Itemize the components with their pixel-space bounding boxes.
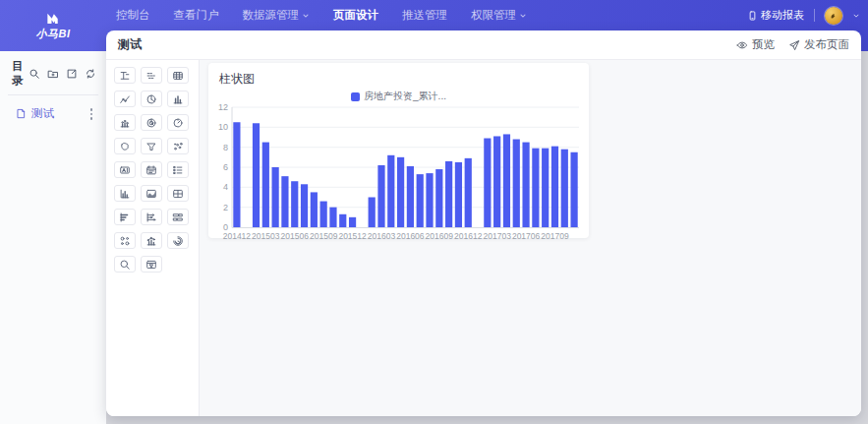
- palette-area-chart-button[interactable]: [141, 185, 162, 202]
- svg-text:201412: 201412: [223, 231, 252, 241]
- nav-item-datasource[interactable]: 数据源管理: [243, 8, 311, 23]
- logo-text: 小马BI: [36, 27, 71, 41]
- tree-item[interactable]: 测试: [6, 103, 100, 125]
- svg-text:8: 8: [223, 143, 228, 152]
- header-right: 移动报表: [747, 0, 860, 30]
- combo-chart-icon: [145, 235, 157, 247]
- palette-calendar-button[interactable]: [141, 161, 162, 178]
- preview-label: 预览: [752, 37, 775, 52]
- polar-chart-icon: [145, 117, 157, 129]
- directory-tree: 测试: [0, 95, 106, 133]
- scatter-chart-icon: [172, 141, 184, 152]
- palette-text-widget-button[interactable]: [114, 67, 136, 84]
- nav-item-console[interactable]: 控制台: [116, 8, 150, 23]
- palette-list-widget-button[interactable]: [167, 161, 189, 178]
- palette-map-chart-button[interactable]: [114, 138, 136, 154]
- svg-text:10: 10: [218, 122, 228, 132]
- search-button[interactable]: [28, 68, 40, 81]
- nav-menu: 控制台查看门户数据源管理页面设计推送管理权限管理: [116, 0, 527, 30]
- rose-chart-icon: [172, 235, 184, 247]
- publish-label: 发布页面: [804, 37, 849, 52]
- file-icon: [16, 108, 27, 119]
- palette-bubble-chart-button[interactable]: [114, 232, 136, 249]
- list-widget-icon: [172, 164, 184, 176]
- svg-text:201609: 201609: [426, 231, 454, 241]
- svg-text:201603: 201603: [368, 231, 396, 241]
- export-button[interactable]: [65, 68, 78, 81]
- search-icon: [29, 68, 40, 80]
- palette-bar-chart-button[interactable]: [114, 185, 136, 202]
- palette-hbar-chart-button[interactable]: [114, 209, 136, 225]
- nav-item-label: 控制台: [116, 8, 150, 23]
- mobile-report-label: 移动报表: [761, 8, 804, 23]
- tree-item-menu-button[interactable]: [87, 106, 97, 122]
- palette-pie-chart-button[interactable]: [141, 91, 162, 107]
- svg-text:6: 6: [223, 162, 228, 172]
- palette-bar-dot-chart-button[interactable]: [114, 114, 136, 131]
- palette-gauge-chart-button[interactable]: [167, 114, 189, 131]
- palette-table-button[interactable]: [167, 67, 189, 84]
- svg-text:201503: 201503: [252, 231, 280, 241]
- nav-item-label: 页面设计: [333, 8, 378, 23]
- histogram-icon: [172, 93, 184, 105]
- chart-legend[interactable]: 房地产投资_累计...: [208, 90, 589, 103]
- header-divider: [814, 9, 815, 22]
- add-folder-button[interactable]: [46, 68, 59, 81]
- design-canvas[interactable]: 柱状图 房地产投资_累计... 024681012201412201503201…: [200, 60, 861, 416]
- svg-text:201512: 201512: [338, 231, 367, 241]
- sidebar: 目录 测试: [0, 51, 106, 424]
- palette-combo-chart-button[interactable]: [141, 232, 162, 249]
- mobile-report-button[interactable]: 移动报表: [747, 8, 804, 23]
- page-toolbar: 测试 预览 发布页面: [106, 30, 861, 60]
- nav-item-label: 推送管理: [402, 8, 447, 23]
- nav-item-permission[interactable]: 权限管理: [471, 8, 527, 23]
- sidebar-title: 目录: [12, 59, 28, 89]
- logo-icon: [43, 10, 63, 26]
- avatar[interactable]: [825, 7, 842, 25]
- sidebar-tools: [28, 68, 96, 81]
- chart-title: 柱状图: [208, 63, 589, 88]
- palette-card-widget-button[interactable]: [114, 161, 136, 178]
- bar-chart-plot: 0246810122014122015032015062015092015122…: [212, 104, 585, 242]
- palette-scatter-chart-button[interactable]: [167, 138, 189, 154]
- export-icon: [66, 68, 78, 80]
- nav-item-portal[interactable]: 查看门户: [174, 8, 219, 23]
- widget-palette: [106, 60, 200, 416]
- refresh-button[interactable]: [84, 68, 96, 81]
- palette-quadrant-button[interactable]: [167, 185, 189, 202]
- refresh-icon: [85, 68, 96, 80]
- funnel-chart-icon: [145, 141, 157, 152]
- preview-button[interactable]: 预览: [736, 37, 775, 52]
- palette-kpi-value-button[interactable]: [141, 67, 162, 84]
- nav-item-label: 权限管理: [471, 8, 516, 23]
- toolbar-actions: 预览 发布页面: [736, 37, 849, 52]
- palette-polar-chart-button[interactable]: [141, 114, 162, 131]
- svg-text:201706: 201706: [512, 231, 541, 241]
- send-icon: [788, 39, 800, 51]
- publish-button[interactable]: 发布页面: [788, 37, 849, 52]
- palette-histogram-button[interactable]: [167, 91, 189, 107]
- palette-filter-table-button[interactable]: [141, 256, 162, 273]
- caret-down-icon: [302, 12, 310, 20]
- caret-down-icon[interactable]: [852, 12, 860, 20]
- svg-text:4: 4: [223, 182, 228, 192]
- chart-widget[interactable]: 柱状图 房地产投资_累计... 024681012201412201503201…: [208, 63, 589, 238]
- palette-line-chart-button[interactable]: [114, 91, 136, 107]
- gauge-chart-icon: [172, 117, 184, 129]
- svg-text:12: 12: [218, 104, 228, 112]
- palette-funnel-chart-button[interactable]: [141, 138, 162, 154]
- bar-dot-chart-icon: [119, 117, 131, 129]
- hbar-chart-icon: [119, 212, 131, 223]
- nav-item-page-design[interactable]: 页面设计: [333, 8, 378, 23]
- page-title: 测试: [118, 36, 142, 53]
- palette-hstack-chart-button[interactable]: [167, 209, 189, 225]
- palette-rose-chart-button[interactable]: [167, 232, 189, 249]
- svg-text:201703: 201703: [484, 231, 512, 241]
- table-icon: [172, 70, 184, 82]
- nav-item-push[interactable]: 推送管理: [402, 8, 447, 23]
- palette-hdot-chart-button[interactable]: [141, 209, 162, 225]
- palette-zoom-button[interactable]: [114, 256, 136, 273]
- tree-item-label: 测试: [31, 106, 82, 121]
- filter-table-icon: [145, 259, 157, 271]
- nav-item-label: 查看门户: [174, 8, 219, 23]
